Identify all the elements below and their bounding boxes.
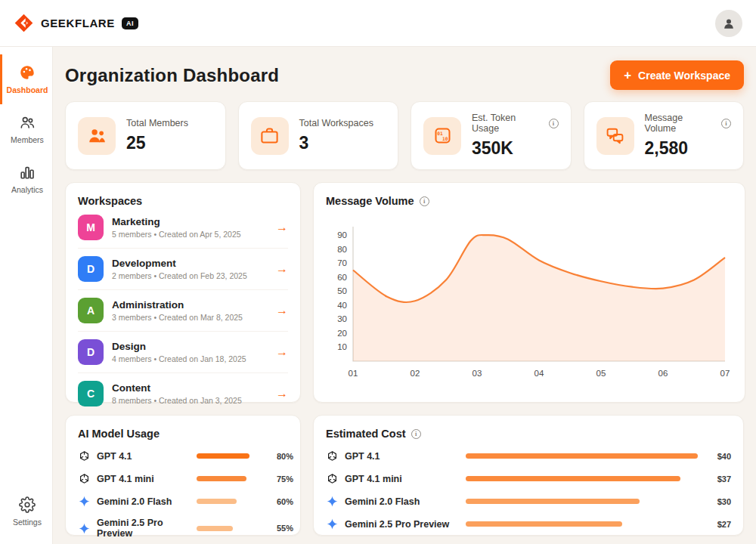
gemini-icon xyxy=(78,522,91,535)
sidebar-item-members[interactable]: Members xyxy=(0,104,52,154)
members-icon xyxy=(19,114,36,131)
workspace-item-marketing[interactable]: M Marketing 5 members • Created on Apr 5… xyxy=(78,207,288,249)
cost-row-gemini25: Gemini 2.5 Pro Preview $27 xyxy=(326,518,731,530)
openai-icon xyxy=(326,450,339,462)
stat-label: Message Volume xyxy=(645,113,717,134)
gemini-icon xyxy=(326,495,339,508)
usage-row-gemini20: Gemini 2.0 Flash 60% xyxy=(78,495,288,508)
workspace-meta: 4 members • Created on Jan 18, 2025 xyxy=(112,354,246,363)
workspace-avatar: A xyxy=(78,298,104,323)
workspace-avatar: D xyxy=(78,339,104,365)
info-icon[interactable] xyxy=(721,119,731,128)
svg-text:90: 90 xyxy=(337,230,347,240)
sidebar-label: Dashboard xyxy=(7,85,48,94)
stat-label: Est. Token Usage xyxy=(472,113,544,134)
user-avatar-button[interactable] xyxy=(715,10,742,37)
arrow-right-icon[interactable] xyxy=(276,304,288,317)
stats-row: Total Members 25 Total Workspaces 3 01 xyxy=(65,101,744,170)
info-icon[interactable] xyxy=(411,429,421,439)
openai-icon xyxy=(326,472,339,485)
usage-bar xyxy=(197,499,263,504)
briefcase-icon xyxy=(251,117,289,155)
workspace-item-administration[interactable]: A Administration 3 members • Created on … xyxy=(78,290,288,332)
arrow-right-icon[interactable] xyxy=(276,387,288,400)
ai-badge: AI xyxy=(122,17,138,29)
message-volume-card: Message Volume 1020304050607080900102030… xyxy=(313,182,745,403)
sidebar-item-dashboard[interactable]: Dashboard xyxy=(0,54,52,104)
analytics-icon xyxy=(19,164,36,181)
workspace-item-design[interactable]: D Design 4 members • Created on Jan 18, … xyxy=(78,332,288,373)
svg-text:10: 10 xyxy=(337,342,347,351)
brand-name: GEEKFLARE xyxy=(41,17,115,29)
model-name: Gemini 2.0 Flash xyxy=(97,496,191,507)
svg-text:03: 03 xyxy=(472,369,482,378)
cost-bar xyxy=(466,521,698,527)
workspace-item-development[interactable]: D Development 2 members • Created on Feb… xyxy=(78,249,288,290)
info-icon[interactable] xyxy=(549,119,559,128)
workspace-avatar: D xyxy=(78,256,104,282)
workspace-meta: 2 members • Created on Feb 23, 2025 xyxy=(112,271,247,280)
members-icon xyxy=(78,117,116,155)
info-icon[interactable] xyxy=(420,196,429,206)
stat-value: 2,580 xyxy=(645,138,732,159)
palette-icon xyxy=(19,64,36,81)
top-header: GEEKFLARE AI xyxy=(0,0,756,47)
svg-text:30: 30 xyxy=(337,314,347,323)
workspace-meta: 5 members • Created on Apr 5, 2025 xyxy=(112,230,241,239)
cost-bar xyxy=(466,499,698,504)
workspaces-card: Workspaces M Marketing 5 members • Creat… xyxy=(65,182,301,403)
create-workspace-label: Create Workspace xyxy=(638,70,730,82)
stat-card-total-members: Total Members 25 xyxy=(65,101,226,170)
main-content: Organization Dashboard Create Workspace … xyxy=(53,47,756,544)
svg-text:40: 40 xyxy=(337,301,347,310)
workspace-initial: C xyxy=(87,388,94,400)
workspace-initial: D xyxy=(87,263,94,275)
plus-icon xyxy=(624,69,631,82)
usage-percent: 60% xyxy=(269,497,293,506)
model-name: GPT 4.1 xyxy=(97,451,191,462)
brand-logo-link[interactable]: GEEKFLARE AI xyxy=(14,13,138,33)
model-name: GPT 4.1 xyxy=(345,451,460,462)
person-icon xyxy=(721,16,736,31)
openai-icon xyxy=(78,472,91,485)
estimated-cost-title: Estimated Cost xyxy=(326,428,406,440)
stat-card-message-volume: Message Volume 2,580 xyxy=(584,101,745,170)
arrow-right-icon[interactable] xyxy=(276,345,288,359)
cost-bar xyxy=(466,476,698,481)
svg-text:04: 04 xyxy=(534,369,544,378)
usage-row-gemini25: Gemini 2.5 Pro Preview 55% xyxy=(78,518,288,539)
message-volume-chart: 10203040506070809001020304050607 xyxy=(326,218,733,382)
gemini-icon xyxy=(326,518,339,530)
arrow-right-icon[interactable] xyxy=(276,221,288,234)
usage-row-gpt41: GPT 4.1 80% xyxy=(78,450,288,462)
stat-value: 25 xyxy=(126,133,188,153)
svg-text:20: 20 xyxy=(337,329,347,338)
estimated-cost-card: Estimated Cost GPT 4.1 $40 GPT 4.1 mini … xyxy=(313,415,744,536)
cost-row-gemini20: Gemini 2.0 Flash $30 xyxy=(326,495,731,508)
gemini-icon xyxy=(78,495,91,508)
usage-bar xyxy=(197,453,263,459)
stat-value: 350K xyxy=(472,138,559,159)
usage-percent: 80% xyxy=(269,452,293,461)
svg-text:02: 02 xyxy=(411,369,420,378)
workspace-item-content[interactable]: C Content 8 members • Created on Jan 3, … xyxy=(78,373,288,414)
create-workspace-button[interactable]: Create Workspace xyxy=(610,60,744,90)
usage-bar xyxy=(197,526,263,531)
cost-value: $27 xyxy=(704,520,731,529)
workspace-name: Administration xyxy=(112,299,243,311)
arrow-right-icon[interactable] xyxy=(276,262,288,276)
sidebar-item-settings[interactable]: Settings xyxy=(0,487,52,536)
usage-row-gpt41mini: GPT 4.1 mini 75% xyxy=(78,472,288,485)
geekflare-logo-icon xyxy=(14,13,34,33)
stat-card-total-workspaces: Total Workspaces 3 xyxy=(238,101,399,170)
stat-label: Total Members xyxy=(126,118,188,128)
workspace-initial: M xyxy=(86,221,95,233)
svg-text:01: 01 xyxy=(437,131,443,136)
svg-text:10: 10 xyxy=(442,136,448,141)
sidebar-label: Members xyxy=(11,135,44,144)
model-name: GPT 4.1 mini xyxy=(97,474,191,484)
sidebar-item-analytics[interactable]: Analytics xyxy=(0,154,52,204)
workspace-meta: 8 members • Created on Jan 3, 2025 xyxy=(112,396,242,405)
usage-percent: 75% xyxy=(269,474,293,484)
ai-model-usage-title: AI Model Usage xyxy=(78,428,288,440)
